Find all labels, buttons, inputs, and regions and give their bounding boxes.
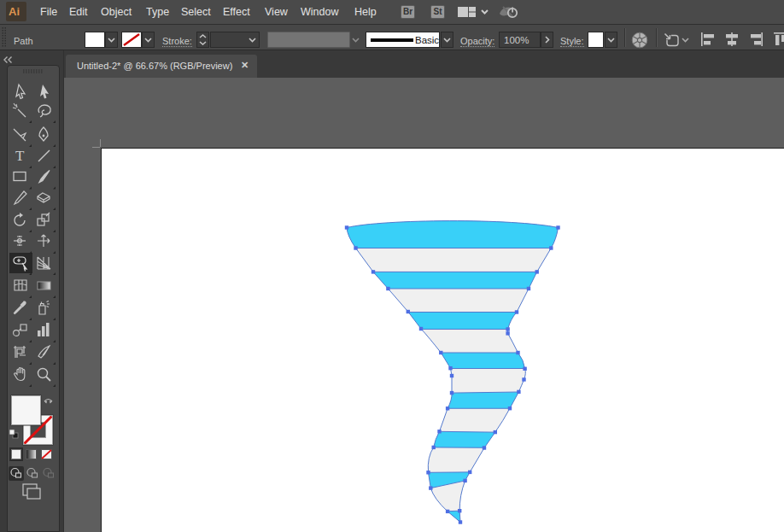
svg-text:T: T: [15, 148, 25, 164]
